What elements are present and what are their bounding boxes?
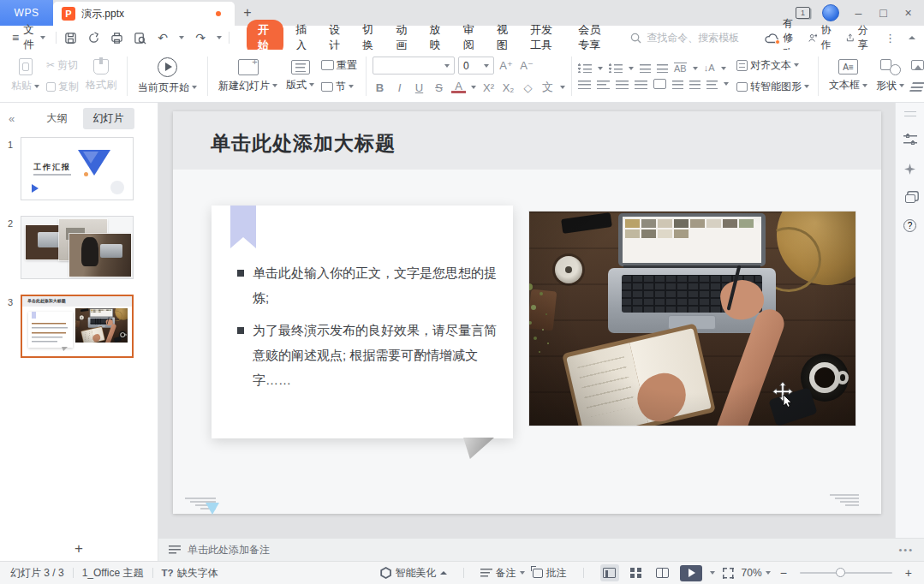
picture-button[interactable]: 图片 (909, 57, 924, 74)
file-menu[interactable]: ≡ 文件 (9, 23, 49, 52)
underline-button[interactable]: U (412, 81, 426, 94)
notes-bar[interactable]: 单击此处添加备注 ••• (158, 538, 924, 561)
zoom-level[interactable]: 70% (742, 567, 771, 579)
format-painter-button[interactable]: 格式刷 (81, 57, 121, 94)
save-icon[interactable] (63, 31, 77, 45)
slide-photo[interactable] (529, 212, 855, 426)
tab-outline-view[interactable]: 大纲 (37, 108, 78, 129)
strikethrough-button[interactable]: S (432, 81, 446, 94)
font-name-combo[interactable] (373, 57, 455, 74)
arrange-button[interactable]: 排列 (909, 79, 924, 95)
collaborate-button[interactable]: 协作 (808, 23, 835, 52)
cut-button[interactable]: ✂剪切 (44, 57, 81, 74)
bullet-list-icon[interactable] (578, 63, 592, 73)
current-slide[interactable]: 单击此处添加大标题 单击此处输入你的正文，文字是您思想的提炼; 为了最终演示发布… (173, 111, 881, 514)
paragraph-spacing-icon[interactable] (689, 80, 700, 89)
comments-button[interactable]: 批注 (533, 566, 567, 581)
reset-button[interactable]: 重置 (319, 57, 360, 74)
clear-format-icon[interactable]: ◇ (521, 81, 535, 94)
italic-button[interactable]: I (392, 81, 407, 94)
tab-slides-view[interactable]: 幻灯片 (83, 108, 134, 129)
subscript-button[interactable]: X₂ (501, 81, 516, 94)
bullet-list[interactable]: 单击此处输入你的正文，文字是您思想的提炼; 为了最终演示发布的良好效果，请尽量言… (237, 260, 498, 400)
notes-more-button[interactable]: ••• (898, 545, 914, 555)
missing-font-warning[interactable]: T? 缺失字体 (162, 566, 218, 581)
bullet-item[interactable]: 为了最终演示发布的良好效果，请尽量言简意赅的阐述观点; 根据需要可酌情增减文字…… (237, 318, 498, 392)
slide-thumb-1[interactable]: 1 工作汇报 (0, 137, 158, 200)
command-search[interactable] (630, 32, 765, 44)
justify-icon[interactable] (635, 80, 647, 89)
collapse-ribbon-icon[interactable] (909, 36, 915, 39)
bullet-item[interactable]: 单击此处输入你的正文，文字是您思想的提炼; (237, 260, 498, 310)
text-box-button[interactable]: A≡ 文本框 (825, 57, 872, 94)
slide-3-preview-selected[interactable]: 单击此处添加大标题 (21, 295, 134, 358)
line-spacing-icon[interactable] (672, 80, 683, 89)
body-text-card[interactable]: 单击此处输入你的正文，文字是您思想的提炼; 为了最终演示发布的良好效果，请尽量言… (212, 206, 513, 438)
slide-canvas[interactable]: 单击此处添加大标题 单击此处输入你的正文，文字是您思想的提炼; 为了最终演示发布… (158, 103, 895, 538)
align-text-button[interactable]: 对齐文本 (734, 57, 812, 74)
char-spacing-dropdown[interactable] (693, 67, 698, 70)
increase-indent-icon[interactable] (657, 63, 668, 73)
increase-font-icon[interactable]: A⁺ (498, 59, 515, 72)
slide-thumb-2[interactable]: 2 (0, 216, 158, 279)
theme-name[interactable]: 1_Office 主题 (82, 566, 144, 581)
bold-button[interactable]: B (373, 81, 387, 94)
shapes-button[interactable]: 形状 (872, 57, 909, 95)
slide-1-preview[interactable]: 工作汇报 (21, 137, 134, 200)
notes-placeholder[interactable]: 单击此处添加备注 (188, 543, 270, 557)
new-slide-button[interactable]: + 新建幻灯片 (214, 57, 282, 95)
zoom-slider[interactable] (800, 572, 892, 574)
print-preview-icon[interactable] (133, 31, 146, 45)
object-properties-icon[interactable] (903, 133, 917, 146)
numbered-list-icon[interactable] (609, 63, 623, 73)
line-spacing-dropdown[interactable] (724, 82, 729, 86)
section-button[interactable]: 节 (319, 79, 360, 95)
slide-library-icon[interactable] (905, 194, 915, 203)
smart-beautify-icon[interactable] (904, 164, 915, 175)
slideshow-play-button[interactable] (680, 565, 702, 581)
collapse-panel-icon[interactable]: « (9, 112, 15, 125)
play-options-dropdown[interactable] (710, 571, 715, 575)
add-slide-button[interactable]: + (75, 540, 83, 557)
undo-dropdown-icon[interactable] (179, 36, 184, 39)
text-direction-icon[interactable]: ↓A (704, 63, 715, 73)
align-right-icon[interactable] (616, 80, 629, 89)
bullet-list-dropdown[interactable] (598, 67, 603, 70)
line-options-icon[interactable] (706, 80, 718, 89)
font-size-combo[interactable]: 0 (458, 57, 494, 74)
text-direction-dropdown[interactable] (721, 67, 726, 70)
redo-icon[interactable]: ↷ (194, 31, 207, 45)
slide-2-preview[interactable] (21, 216, 134, 279)
reading-view-button[interactable] (653, 564, 672, 581)
share-button[interactable]: 分享 (846, 23, 872, 52)
zoom-in-button[interactable]: + (903, 566, 914, 580)
numbered-list-dropdown[interactable] (629, 67, 634, 70)
document-tab[interactable]: P 演示.pptx (53, 2, 235, 26)
slide-layout-button[interactable]: 版式 (282, 58, 319, 94)
search-input[interactable] (647, 32, 765, 44)
decrease-font-icon[interactable]: A⁻ (518, 59, 535, 72)
wps-home-button[interactable]: WPS (0, 0, 53, 26)
character-spacing-icon[interactable]: AB (674, 63, 687, 74)
panel-drag-handle[interactable] (904, 111, 916, 116)
paste-button[interactable]: 粘贴 (7, 57, 44, 95)
more-menu-icon[interactable]: ⋮ (883, 32, 897, 45)
align-left-icon[interactable] (578, 80, 591, 89)
fit-slide-button[interactable] (723, 568, 734, 579)
zoom-out-button[interactable]: − (778, 566, 789, 580)
zoom-slider-knob[interactable] (836, 568, 845, 577)
normal-view-button[interactable] (600, 564, 619, 581)
smart-beautify-button[interactable]: 智能美化 (380, 566, 447, 581)
phonetic-guide-button[interactable]: 文 (540, 80, 555, 95)
notes-toggle-button[interactable]: 备注 (480, 566, 525, 581)
export-pdf-icon[interactable] (86, 31, 100, 45)
decrease-indent-icon[interactable] (640, 63, 651, 73)
font-color-dropdown[interactable] (471, 86, 476, 89)
superscript-button[interactable]: X² (481, 81, 496, 94)
copy-button[interactable]: 复制 (44, 79, 81, 95)
customize-quickbar-icon[interactable] (217, 36, 222, 39)
help-icon[interactable]: ? (903, 219, 916, 232)
phonetic-dropdown[interactable] (560, 86, 565, 89)
undo-icon[interactable]: ↶ (156, 31, 170, 45)
slide-sorter-view-button[interactable] (627, 564, 646, 581)
